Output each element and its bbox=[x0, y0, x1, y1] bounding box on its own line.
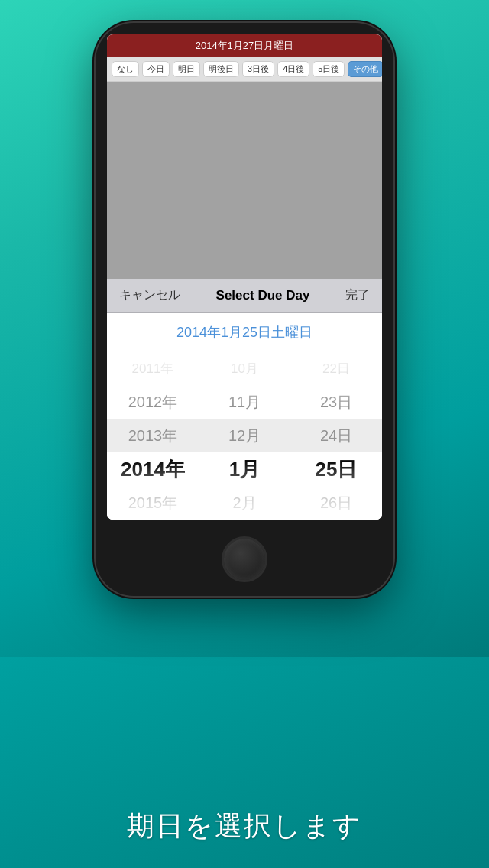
month-item-1: 11月 bbox=[199, 385, 290, 419]
btn-4days[interactable]: 4日後 bbox=[277, 61, 309, 77]
month-item-2: 12月 bbox=[199, 419, 290, 452]
date-picker-modal: キャンセル Select Due Day 完了 2014年1月25日土曜日 bbox=[107, 279, 382, 520]
top-date-label: 2014年1月27日月曜日 bbox=[196, 39, 294, 53]
year-item-0: 2011年 bbox=[107, 351, 199, 385]
btn-other[interactable]: その他 bbox=[348, 61, 382, 77]
year-item-1: 2012年 bbox=[107, 385, 199, 419]
home-button[interactable] bbox=[222, 536, 267, 582]
year-item-3: 2014年 bbox=[107, 452, 199, 486]
year-item-2: 2013年 bbox=[107, 419, 199, 452]
top-date-bar: 2014年1月27日月曜日 bbox=[107, 34, 382, 57]
done-button[interactable]: 完了 bbox=[345, 287, 370, 303]
picker-columns: 2011年 2012年 2013年 2014年 2015年 2016年 2017… bbox=[107, 351, 382, 520]
modal-title: Select Due Day bbox=[216, 288, 310, 303]
year-item-4: 2015年 bbox=[107, 486, 199, 520]
month-column[interactable]: 10月 11月 12月 1月 2月 3月 4月 bbox=[199, 351, 290, 520]
btn-5days[interactable]: 5日後 bbox=[313, 61, 345, 77]
phone-screen: 2014年1月27日月曜日 なし 今日 明日 明後日 3日後 4日後 5日後 そ… bbox=[107, 34, 382, 520]
month-item-0: 10月 bbox=[199, 351, 290, 385]
day-item-4: 26日 bbox=[290, 486, 382, 520]
modal-overlay: キャンセル Select Due Day 完了 2014年1月25日土曜日 bbox=[107, 82, 382, 520]
btn-today[interactable]: 今日 bbox=[142, 61, 170, 77]
selected-date-text: 2014年1月25日土曜日 bbox=[176, 325, 313, 340]
modal-toolbar: キャンセル Select Due Day 完了 bbox=[107, 279, 382, 313]
phone-frame: 2014年1月27日月曜日 なし 今日 明日 明後日 3日後 4日後 5日後 そ… bbox=[96, 23, 393, 596]
day-item-0: 22日 bbox=[290, 351, 382, 385]
date-picker[interactable]: 2011年 2012年 2013年 2014年 2015年 2016年 2017… bbox=[107, 351, 382, 520]
cancel-button[interactable]: キャンセル bbox=[119, 287, 180, 303]
btn-tomorrow[interactable]: 明日 bbox=[173, 61, 200, 77]
year-column[interactable]: 2011年 2012年 2013年 2014年 2015年 2016年 2017… bbox=[107, 351, 199, 520]
btn-3days[interactable]: 3日後 bbox=[242, 61, 274, 77]
day-item-2: 24日 bbox=[290, 419, 382, 452]
day-column[interactable]: 22日 23日 24日 25日 26日 27日 28日 bbox=[290, 351, 382, 520]
selected-date-display: 2014年1月25日土曜日 bbox=[107, 313, 382, 351]
day-item-1: 23日 bbox=[290, 385, 382, 419]
btn-nashi[interactable]: なし bbox=[112, 61, 139, 77]
month-item-3: 1月 bbox=[199, 452, 290, 486]
caption-text: 期日を選択します bbox=[127, 810, 362, 841]
month-item-4: 2月 bbox=[199, 486, 290, 520]
button-row: なし 今日 明日 明後日 3日後 4日後 5日後 その他 bbox=[107, 57, 382, 82]
btn-day-after[interactable]: 明後日 bbox=[203, 61, 239, 77]
day-item-3: 25日 bbox=[290, 452, 382, 486]
bottom-caption: 期日を選択します bbox=[0, 808, 489, 845]
screen-content: 2014年1月27日月曜日 なし 今日 明日 明後日 3日後 4日後 5日後 そ… bbox=[107, 34, 382, 520]
